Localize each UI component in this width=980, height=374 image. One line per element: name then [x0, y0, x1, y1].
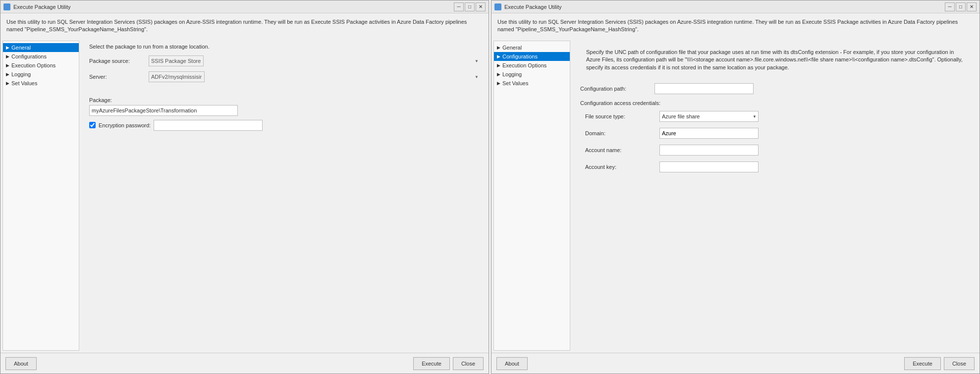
sidebar-item-configurations-2[interactable]: ▶ Configurations	[494, 52, 570, 61]
sidebar-2: ▶ General ▶ Configurations ▶ Execution O…	[493, 41, 570, 351]
server-select-wrapper: ADFv2/mysqlmissisir	[149, 71, 481, 82]
encryption-row: Encryption password:	[89, 120, 481, 131]
sidebar-label-configurations-2: Configurations	[502, 53, 538, 59]
arrow-general-1: ▶	[6, 45, 9, 50]
package-source-select[interactable]: SSIS Package Store	[149, 55, 204, 66]
title-bar-1: Execute Package Utility ─ □ ✕	[0, 0, 489, 13]
package-input[interactable]	[89, 105, 238, 116]
bottom-right-2: Execute Close	[904, 357, 975, 370]
file-source-type-row: File source type: Azure file share	[580, 111, 972, 122]
file-source-type-select-wrapper: Azure file share	[659, 111, 759, 122]
minimize-button-2[interactable]: ─	[945, 2, 955, 11]
sidebar-item-general-1[interactable]: ▶ General	[3, 43, 79, 52]
title-bar-controls-1: ─ □ ✕	[454, 2, 486, 11]
encryption-checkbox[interactable]	[89, 122, 96, 128]
server-label: Server:	[89, 74, 149, 80]
window-title-1: Execute Package Utility	[13, 4, 71, 10]
sidebar-item-execution-2[interactable]: ▶ Execution Options	[494, 61, 570, 70]
bottom-right-1: Execute Close	[413, 357, 484, 370]
encryption-password-input[interactable]	[154, 120, 263, 131]
sidebar-1: ▶ General ▶ Configurations ▶ Execution O…	[2, 41, 79, 351]
maximize-button-1[interactable]: □	[465, 2, 475, 11]
sidebar-item-logging-1[interactable]: ▶ Logging	[3, 70, 79, 79]
window-title-2: Execute Package Utility	[504, 4, 562, 10]
execute-button-2[interactable]: Execute	[904, 357, 941, 370]
package-source-row: Package source: SSIS Package Store	[89, 55, 481, 66]
file-source-type-label: File source type:	[585, 113, 659, 119]
bottom-bar-1: About Execute Close	[0, 353, 489, 374]
sidebar-label-general-2: General	[502, 45, 522, 51]
sidebar-item-logging-2[interactable]: ▶ Logging	[494, 70, 570, 79]
package-label: Package:	[89, 97, 481, 103]
arrow-general-2: ▶	[497, 45, 500, 50]
close-button-footer-1[interactable]: Close	[453, 357, 484, 370]
about-button-1[interactable]: About	[5, 357, 37, 370]
sidebar-label-execution-1: Execution Options	[11, 62, 55, 68]
server-select[interactable]: ADFv2/mysqlmissisir	[149, 71, 205, 82]
title-bar-controls-2: ─ □ ✕	[945, 2, 977, 11]
select-package-title: Select the package to run from a storage…	[89, 44, 481, 50]
account-key-label: Account key:	[585, 164, 659, 170]
minimize-button-1[interactable]: ─	[454, 2, 464, 11]
arrow-setvalues-2: ▶	[497, 81, 500, 86]
app-icon-2	[494, 3, 501, 10]
encryption-label: Encryption password:	[99, 122, 151, 128]
sidebar-item-configurations-1[interactable]: ▶ Configurations	[3, 52, 79, 61]
arrow-configurations-1: ▶	[6, 54, 9, 59]
main-area-1: ▶ General ▶ Configurations ▶ Execution O…	[0, 39, 489, 353]
file-source-type-select[interactable]: Azure file share	[659, 111, 759, 122]
credentials-section: Configuration access credentials: File s…	[580, 100, 972, 172]
window1-content: Use this utility to run SQL Server Integ…	[0, 13, 489, 374]
domain-input[interactable]	[659, 128, 759, 139]
bottom-bar-2: About Execute Close	[491, 353, 980, 374]
account-key-row: Account key:	[580, 161, 972, 172]
execute-button-1[interactable]: Execute	[413, 357, 450, 370]
package-source-select-wrapper: SSIS Package Store	[149, 55, 481, 66]
domain-label: Domain:	[585, 130, 659, 136]
main-area-2: ▶ General ▶ Configurations ▶ Execution O…	[491, 39, 980, 353]
intro-text-2: Use this utility to run SQL Server Integ…	[491, 13, 980, 39]
close-button-2[interactable]: ✕	[967, 2, 977, 11]
config-path-label: Configuration path:	[580, 86, 654, 92]
sidebar-label-setvalues-1: Set Values	[11, 80, 37, 86]
package-source-label: Package source:	[89, 58, 149, 64]
about-button-2[interactable]: About	[496, 357, 528, 370]
title-bar-2: Execute Package Utility ─ □ ✕	[491, 0, 980, 13]
sidebar-item-setvalues-1[interactable]: ▶ Set Values	[3, 79, 79, 88]
sidebar-item-execution-1[interactable]: ▶ Execution Options	[3, 61, 79, 70]
window1: Execute Package Utility ─ □ ✕ Use this u…	[0, 0, 489, 374]
close-button-footer-2[interactable]: Close	[944, 357, 975, 370]
sidebar-label-configurations-1: Configurations	[11, 53, 47, 59]
window2: Execute Package Utility ─ □ ✕ Use this u…	[491, 0, 980, 374]
arrow-setvalues-1: ▶	[6, 81, 9, 86]
title-bar-left-2: Execute Package Utility	[494, 3, 562, 10]
account-name-input[interactable]	[659, 145, 759, 156]
account-name-row: Account name:	[580, 145, 972, 156]
app-icon-1	[3, 3, 10, 10]
sidebar-item-setvalues-2[interactable]: ▶ Set Values	[494, 79, 570, 88]
window2-content: Use this utility to run SQL Server Integ…	[491, 13, 980, 374]
server-row: Server: ADFv2/mysqlmissisir	[89, 71, 481, 82]
sidebar-label-logging-2: Logging	[502, 71, 522, 77]
sidebar-item-general-2[interactable]: ▶ General	[494, 43, 570, 52]
config-path-row: Configuration path:	[580, 83, 972, 94]
arrow-execution-1: ▶	[6, 63, 9, 68]
config-path-input[interactable]	[654, 83, 754, 94]
maximize-button-2[interactable]: □	[956, 2, 966, 11]
close-button-1[interactable]: ✕	[476, 2, 486, 11]
title-bar-left-1: Execute Package Utility	[3, 3, 71, 10]
sidebar-label-setvalues-2: Set Values	[502, 80, 528, 86]
arrow-configurations-2: ▶	[497, 54, 500, 59]
content-area-1: Select the package to run from a storage…	[81, 39, 489, 353]
configurations-description: Specify the UNC path of configuration fi…	[580, 44, 972, 76]
arrow-execution-2: ▶	[497, 63, 500, 68]
arrow-logging-1: ▶	[6, 72, 9, 77]
account-name-label: Account name:	[585, 147, 659, 153]
credentials-title: Configuration access credentials:	[580, 100, 972, 106]
sidebar-label-general-1: General	[11, 45, 31, 51]
arrow-logging-2: ▶	[497, 72, 500, 77]
intro-text-1: Use this utility to run SQL Server Integ…	[0, 13, 489, 39]
account-key-input[interactable]	[659, 161, 759, 172]
sidebar-label-logging-1: Logging	[11, 71, 31, 77]
content-area-2: Specify the UNC path of configuration fi…	[572, 39, 980, 353]
